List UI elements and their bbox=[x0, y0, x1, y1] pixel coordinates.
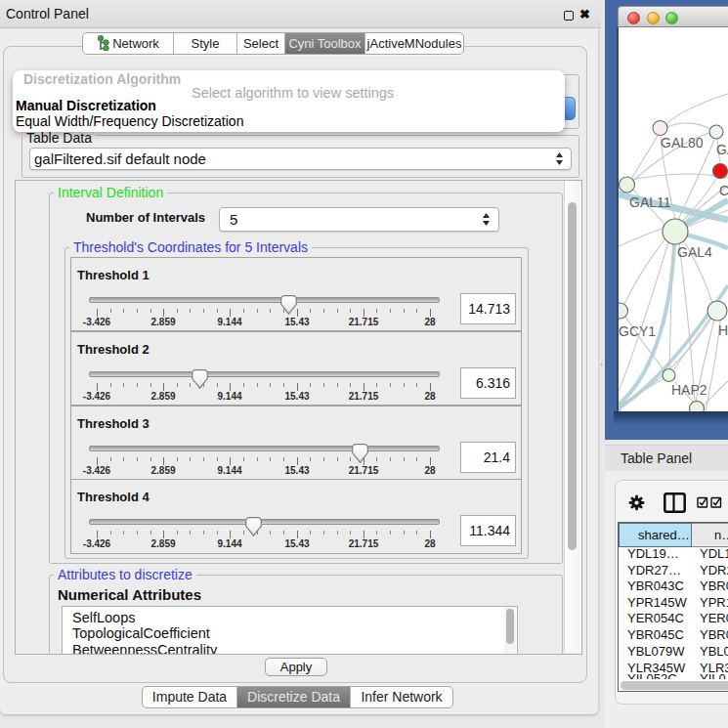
svg-text:GAL80: GAL80 bbox=[661, 135, 704, 150]
svg-text:GAL11: GAL11 bbox=[629, 194, 671, 210]
svg-text:GCY1: GCY1 bbox=[619, 323, 656, 339]
svg-text:HAP2: HAP2 bbox=[671, 382, 707, 398]
svg-text:C: C bbox=[719, 183, 728, 198]
svg-text:GAL4: GAL4 bbox=[677, 244, 712, 260]
svg-text:HA: HA bbox=[718, 322, 728, 338]
svg-text:GA: GA bbox=[716, 142, 728, 157]
